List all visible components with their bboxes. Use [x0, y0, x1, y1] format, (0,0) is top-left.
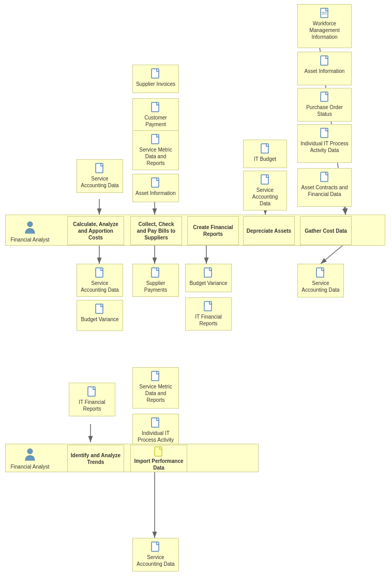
doc-icon-21 [87, 386, 97, 397]
budget-variance-left-node: Budget Variance [77, 300, 123, 331]
service-metric-label: Service Metric Data and Reports [135, 146, 176, 167]
gather-cost-process[interactable]: Gather Cost Data [300, 216, 352, 245]
budget-variance-mid-node: Budget Variance [185, 264, 232, 292]
import-performance-label: Import Performance Data [133, 458, 184, 471]
doc-icon-16 [204, 267, 213, 278]
service-metric-node: Service Metric Data and Reports [132, 130, 179, 170]
doc-icon-19 [151, 371, 160, 381]
calc-analyze-label: Calculate, Analyze and Apportion Costs [70, 221, 121, 241]
svg-rect-29 [96, 304, 103, 313]
svg-rect-30 [152, 268, 159, 277]
asset-contracts-label: Asset Contracts and Financial Data [300, 184, 349, 198]
identify-analyze-label: Identify and Analyze Trends [70, 452, 121, 465]
doc-icon-13 [95, 267, 104, 278]
svg-rect-24 [96, 163, 103, 173]
svg-rect-34 [152, 371, 159, 381]
asset-info-top-label: Asset Information [305, 68, 345, 74]
svg-point-27 [27, 221, 33, 227]
svg-rect-38 [155, 447, 162, 456]
financial-analyst-2-node: Financial Analyst [9, 446, 51, 472]
service-accounting-out-node: Service Accounting Data [77, 264, 123, 297]
service-accounting-final-label: Service Accounting Data [135, 554, 176, 567]
financial-analyst-1-label: Financial Analyst [10, 237, 49, 243]
svg-rect-36 [88, 387, 95, 396]
budget-variance-left-label: Budget Variance [81, 316, 118, 323]
collect-check-process[interactable]: Collect, Check and Pay Bills to Supplier… [130, 216, 182, 245]
service-accounting-mid-node: Service Accounting Data [243, 171, 287, 210]
svg-rect-16 [321, 56, 328, 65]
service-accounting-right-node: Service Accounting Data [297, 264, 344, 297]
doc-icon-17 [204, 301, 213, 311]
service-accounting-final-node: Service Accounting Data [132, 538, 179, 571]
depreciate-assets-process[interactable]: Depreciate Assets [243, 216, 295, 245]
svg-rect-19 [321, 172, 328, 182]
doc-icon-11 [261, 143, 270, 154]
svg-point-37 [27, 449, 33, 454]
svg-rect-22 [152, 134, 159, 144]
doc-icon-23 [151, 541, 160, 552]
asset-contracts-node: Asset Contracts and Financial Data [297, 168, 352, 207]
import-performance-process[interactable]: Import Performance Data [130, 445, 187, 472]
calc-analyze-process[interactable]: Calculate, Analyze and Apportion Costs [67, 216, 124, 245]
service-accounting-left-label: Service Accounting Data [80, 175, 120, 189]
asset-info-mid-node: Asset Information [132, 174, 179, 202]
supplier-invoices-node: Supplier Invoices [132, 65, 179, 93]
individual-it-top-label: Individual IT Process Activity Data [300, 140, 349, 154]
service-metric-bottom-node: Service Metric Data and Reports [132, 367, 179, 409]
individual-it-top-node: Individual IT Process Activity Data [297, 124, 352, 163]
svg-rect-17 [321, 92, 328, 101]
svg-rect-31 [204, 268, 212, 277]
doc-icon-7 [151, 102, 160, 112]
budget-variance-mid-label: Budget Variance [189, 280, 227, 287]
svg-rect-23 [152, 178, 159, 187]
svg-rect-25 [261, 144, 268, 153]
doc-icon-4 [320, 128, 329, 138]
service-accounting-right-label: Service Accounting Data [300, 280, 341, 293]
workforce-mgmt-node: Workforce Management Information [297, 4, 352, 48]
identify-analyze-process[interactable]: Identify and Analyze Trends [67, 445, 124, 472]
purchase-order-label: Purchase Order Status [300, 104, 349, 117]
svg-rect-28 [96, 268, 103, 277]
svg-rect-32 [204, 302, 212, 311]
person-icon-1 [23, 221, 37, 235]
doc-icon-9 [151, 177, 160, 188]
service-accounting-mid-label: Service Accounting Data [246, 187, 284, 207]
service-accounting-out-label: Service Accounting Data [80, 280, 120, 293]
svg-line-9 [321, 243, 345, 264]
person-icon-2 [23, 448, 37, 462]
depreciate-assets-label: Depreciate Assets [247, 228, 291, 234]
workforce-mgmt-label: Workforce Management Information [300, 20, 349, 40]
it-budget-node: IT Budget [243, 140, 287, 168]
doc-icon-10 [95, 163, 104, 173]
svg-rect-13 [321, 8, 328, 18]
asset-info-mid-label: Asset Information [135, 190, 176, 197]
doc-icon-15 [151, 267, 160, 278]
supplier-invoices-label: Supplier Invoices [136, 81, 175, 87]
doc-icon-6 [151, 68, 160, 79]
it-financial-reports-bottom-node: IT Financial Reports [69, 383, 115, 416]
svg-rect-21 [152, 102, 159, 112]
gather-cost-label: Gather Cost Data [305, 228, 347, 234]
it-budget-label: IT Budget [254, 156, 276, 162]
doc-icon-14 [95, 304, 104, 314]
svg-rect-26 [261, 175, 268, 184]
financial-analyst-1-node: Financial Analyst [9, 217, 51, 246]
doc-icon-12 [261, 174, 270, 185]
svg-rect-39 [152, 542, 159, 551]
create-financial-process[interactable]: Create Financial Reports [187, 216, 239, 245]
svg-rect-35 [152, 418, 159, 427]
doc-icon-18 [316, 267, 325, 278]
supplier-payments-label: Supplier Payments [135, 280, 176, 293]
customer-payment-label: Customer Payment [135, 114, 176, 128]
purchase-order-node: Purchase Order Status [297, 88, 352, 122]
doc-icon [320, 8, 329, 18]
doc-icon-2 [320, 55, 329, 66]
supplier-payments-node: Supplier Payments [132, 264, 179, 297]
diagram-container: Workforce Management Information Asset I… [0, 0, 392, 587]
service-accounting-left-node: Service Accounting Data [77, 159, 123, 193]
it-financial-reports-label: IT Financial Reports [188, 313, 229, 327]
svg-rect-18 [321, 128, 328, 138]
customer-payment-node: Customer Payment [132, 98, 179, 131]
create-financial-label: Create Financial Reports [190, 224, 236, 237]
doc-icon-20 [151, 417, 160, 428]
